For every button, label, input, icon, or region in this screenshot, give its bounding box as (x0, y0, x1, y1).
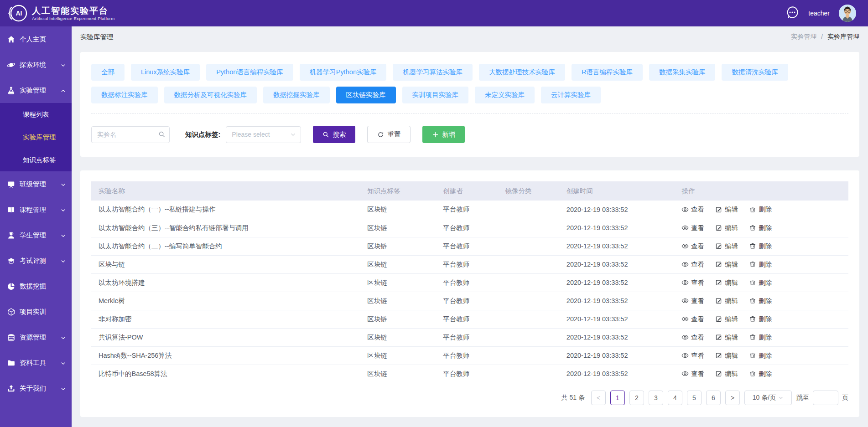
view-button[interactable]: 查看 (681, 370, 704, 378)
page-button-1[interactable]: 1 (610, 391, 625, 405)
username[interactable]: teacher (808, 10, 830, 17)
edit-button[interactable]: 编辑 (715, 278, 738, 287)
view-button[interactable]: 查看 (681, 297, 704, 305)
filter-tag-3[interactable]: 机器学习Python实验库 (300, 64, 387, 81)
delete-button[interactable]: 删除 (749, 260, 772, 269)
sidebar-subitem-1[interactable]: 实验库管理 (0, 126, 72, 149)
breadcrumb-parent[interactable]: 实验管理 (791, 33, 816, 40)
delete-button[interactable]: 删除 (749, 297, 772, 305)
eye-icon (681, 206, 689, 213)
filter-tag-12[interactable]: 区块链实验库 (336, 87, 396, 103)
chevron-up-icon (60, 87, 66, 94)
piechart-icon (7, 282, 16, 291)
filter-tag-7[interactable]: 数据采集实验库 (649, 64, 716, 81)
filter-tag-5[interactable]: 大数据处理技术实验库 (479, 64, 565, 81)
image-category-cell (498, 328, 559, 346)
filter-tag-10[interactable]: 数据分析及可视化实验库 (164, 87, 257, 103)
edit-button[interactable]: 编辑 (715, 370, 738, 378)
sidebar-item-4[interactable]: 课程管理 (0, 197, 72, 222)
table-row: 区块与链区块链平台教师2020-12-19 03:33:52查看编辑删除 (91, 255, 848, 273)
view-button[interactable]: 查看 (681, 351, 704, 360)
sidebar-item-9[interactable]: 资源管理 (0, 324, 72, 350)
tag-filter-select[interactable]: Please select (226, 126, 301, 143)
filter-tag-4[interactable]: 机器学习算法实验库 (393, 64, 473, 81)
jump-input[interactable] (813, 391, 838, 405)
sidebar-item-8[interactable]: 项目实训 (0, 299, 72, 324)
reset-button[interactable]: 重置 (367, 126, 411, 143)
sidebar-subitem-0[interactable]: 课程列表 (0, 103, 72, 126)
view-button[interactable]: 查看 (681, 205, 704, 214)
sidebar-item-0[interactable]: 个人主页 (0, 26, 72, 52)
sidebar-item-7[interactable]: 数据挖掘 (0, 273, 72, 299)
row-actions: 查看编辑删除 (681, 242, 844, 251)
page-button-3[interactable]: 3 (649, 391, 663, 405)
delete-button[interactable]: 删除 (749, 278, 772, 287)
edit-button[interactable]: 编辑 (715, 242, 738, 251)
sidebar-item-6[interactable]: 考试评测 (0, 248, 72, 273)
sidebar-item-2[interactable]: 实验管理 (0, 77, 72, 103)
eye-icon (681, 334, 689, 341)
filter-tag-2[interactable]: Python语言编程实验库 (206, 64, 293, 81)
view-button[interactable]: 查看 (681, 260, 704, 269)
filter-tag-6[interactable]: R语言编程实验库 (572, 64, 643, 81)
view-button[interactable]: 查看 (681, 315, 704, 324)
delete-label: 删除 (759, 278, 772, 287)
sidebar-item-10[interactable]: 资料工具 (0, 350, 72, 376)
view-button[interactable]: 查看 (681, 224, 704, 232)
page-button-6[interactable]: 6 (706, 391, 721, 405)
page-prev-button[interactable]: < (591, 391, 606, 405)
page-button-4[interactable]: 4 (668, 391, 682, 405)
edit-button[interactable]: 编辑 (715, 333, 738, 342)
delete-label: 删除 (759, 297, 772, 305)
filter-tag-11[interactable]: 数据挖掘实验库 (263, 87, 330, 103)
actions-cell: 查看编辑删除 (674, 273, 848, 292)
edit-button[interactable]: 编辑 (715, 224, 738, 232)
created-at-cell: 2020-12-19 03:33:52 (559, 365, 674, 383)
filter-tag-1[interactable]: Linux系统实验库 (131, 64, 200, 81)
page-button-5[interactable]: 5 (687, 391, 702, 405)
tag-cell: 区块链 (360, 346, 436, 365)
book-icon (7, 206, 16, 214)
sidebar-item-5[interactable]: 学生管理 (0, 222, 72, 248)
sidebar-subitem-2[interactable]: 知识点标签 (0, 149, 72, 171)
sidebar-item-1[interactable]: 探索环境 (0, 52, 72, 77)
edit-button[interactable]: 编辑 (715, 205, 738, 214)
delete-button[interactable]: 删除 (749, 242, 772, 251)
filter-tag-0[interactable]: 全部 (91, 64, 125, 81)
edit-button[interactable]: 编辑 (715, 297, 738, 305)
actions-cell: 查看编辑删除 (674, 328, 848, 346)
sidebar-item-11[interactable]: 关于我们 (0, 376, 72, 401)
delete-button[interactable]: 删除 (749, 370, 772, 378)
filter-tag-9[interactable]: 数据标注实验库 (91, 87, 158, 103)
refresh-icon (377, 131, 384, 138)
delete-button[interactable]: 删除 (749, 224, 772, 232)
page-next-button[interactable]: > (725, 391, 740, 405)
filter-tag-15[interactable]: 云计算实验库 (541, 87, 601, 103)
experiment-table-card: 实验名称知识点标签创建者镜像分类创建时间操作 以太坊智能合约（一）--私链搭建与… (80, 170, 859, 417)
avatar[interactable] (839, 5, 856, 22)
app-header: AI 人工智能实验平台 Artificial Intelligence Expe… (0, 0, 868, 26)
page-size-select[interactable]: 10 条/页 (744, 391, 792, 405)
view-button[interactable]: 查看 (681, 278, 704, 287)
delete-button[interactable]: 删除 (749, 333, 772, 342)
breadcrumb-current: 实验库管理 (827, 33, 859, 40)
search-icon (322, 131, 329, 138)
edit-button[interactable]: 编辑 (715, 351, 738, 360)
edit-button[interactable]: 编辑 (715, 260, 738, 269)
view-button[interactable]: 查看 (681, 333, 704, 342)
add-button[interactable]: 新增 (422, 126, 465, 143)
sidebar-item-3[interactable]: 班级管理 (0, 171, 72, 197)
delete-button[interactable]: 删除 (749, 351, 772, 360)
filter-tag-14[interactable]: 未定义实验库 (475, 87, 535, 103)
creator-cell: 平台教师 (436, 328, 498, 346)
delete-button[interactable]: 删除 (749, 205, 772, 214)
messages-icon[interactable] (785, 5, 799, 21)
edit-button[interactable]: 编辑 (715, 315, 738, 324)
search-button[interactable]: 搜索 (313, 126, 355, 143)
filter-tag-13[interactable]: 实训项目实验库 (402, 87, 469, 103)
filter-tag-8[interactable]: 数据清洗实验库 (722, 64, 788, 81)
edit-icon (715, 297, 722, 304)
delete-button[interactable]: 删除 (749, 315, 772, 324)
page-button-2[interactable]: 2 (629, 391, 644, 405)
view-button[interactable]: 查看 (681, 242, 704, 251)
